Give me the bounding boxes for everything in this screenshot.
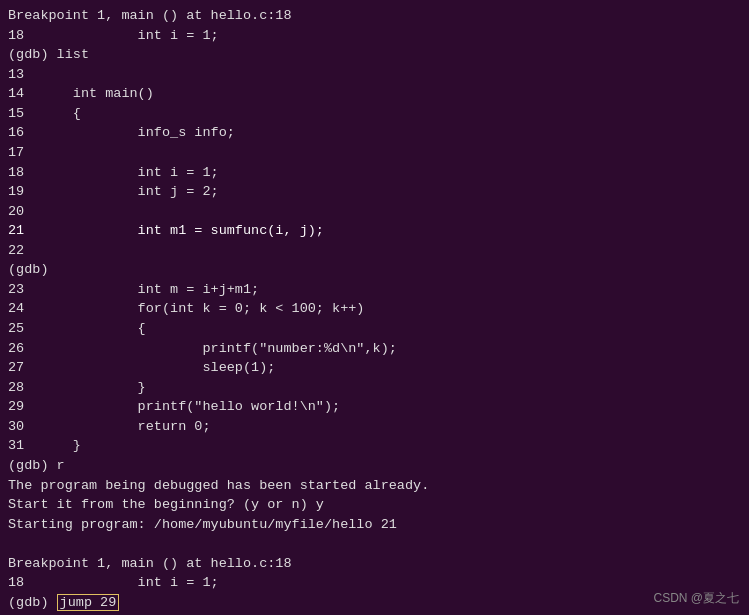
line-27: Starting program: /home/myubuntu/myfile/… xyxy=(8,515,741,535)
line-13: 22 xyxy=(8,241,741,261)
line-9: 18 int i = 1; xyxy=(8,163,741,183)
line-12: 21 int m1 = sumfunc(i, j); xyxy=(8,221,741,241)
line-6: 15 { xyxy=(8,104,741,124)
line-18: 26 printf("number:%d\n",k); xyxy=(8,339,741,359)
line-4: 13 xyxy=(8,65,741,85)
line-16: 24 for(int k = 0; k < 100; k++) xyxy=(8,299,741,319)
line-25: The program being debugged has been star… xyxy=(8,476,741,496)
line-15: 23 int m = i+j+m1; xyxy=(8,280,741,300)
line-28 xyxy=(8,534,741,554)
line-17: 25 { xyxy=(8,319,741,339)
line-11: 20 xyxy=(8,202,741,222)
line-2: 18 int i = 1; xyxy=(8,26,741,46)
terminal: Breakpoint 1, main () at hello.c:18 18 i… xyxy=(0,0,749,615)
line-22: 30 return 0; xyxy=(8,417,741,437)
line-30: 18 int i = 1; xyxy=(8,573,741,593)
line-21: 29 printf("hello world!\n"); xyxy=(8,397,741,417)
watermark: CSDN @夏之七 xyxy=(653,590,739,607)
line-26: Start it from the beginning? (y or n) y xyxy=(8,495,741,515)
line-24: (gdb) r xyxy=(8,456,741,476)
line-29: Breakpoint 1, main () at hello.c:18 xyxy=(8,554,741,574)
line-20: 28 } xyxy=(8,378,741,398)
line-10: 19 int j = 2; xyxy=(8,182,741,202)
line-5: 14 int main() xyxy=(8,84,741,104)
line-8: 17 xyxy=(8,143,741,163)
line-1: Breakpoint 1, main () at hello.c:18 xyxy=(8,6,741,26)
line-14: (gdb) xyxy=(8,260,741,280)
jump-command: jump 29 xyxy=(57,594,120,611)
line-7: 16 info_s info; xyxy=(8,123,741,143)
line-19: 27 sleep(1); xyxy=(8,358,741,378)
line-31: (gdb) jump 29 xyxy=(8,593,741,613)
line-3: (gdb) list xyxy=(8,45,741,65)
line-23: 31 } xyxy=(8,436,741,456)
